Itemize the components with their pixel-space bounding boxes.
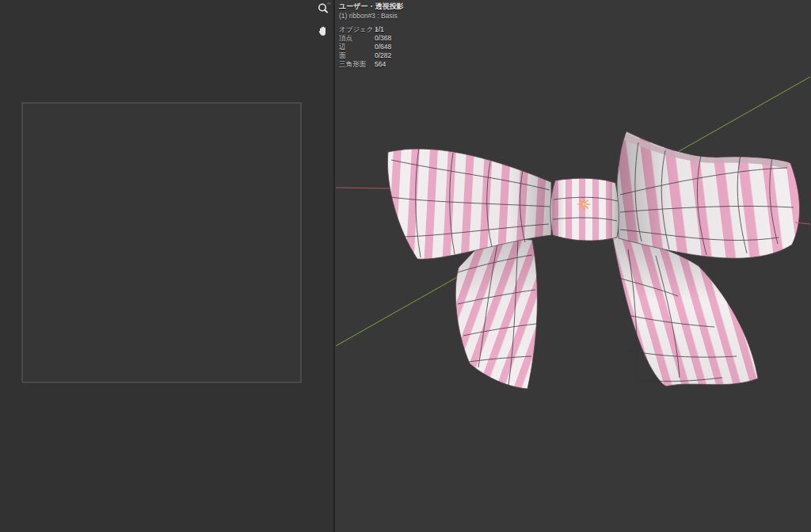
axis-x-red-left (336, 188, 390, 188)
pan-gizmo-button[interactable] (316, 25, 330, 39)
stat-row-edges: 辺 0/648 (339, 43, 403, 51)
view-mode-label: ユーザー・透視投影 (339, 2, 403, 11)
bow-left-tail[interactable] (455, 238, 537, 389)
stat-row-faces: 面 0/282 (339, 51, 403, 60)
3d-viewport-pane[interactable]: ユーザー・透視投影 (1) ribbon#3 : Basis オブジェクト 1/… (335, 0, 811, 532)
gizmo-chevrons: ‹› (327, 1, 331, 6)
stat-row-triangles: 三角形面 564 (339, 60, 403, 69)
object-info-label: (1) ribbon#3 : Basis (339, 11, 403, 21)
viewport-overlay-text: ユーザー・透視投影 (1) ribbon#3 : Basis オブジェクト 1/… (339, 2, 403, 69)
hand-icon (316, 25, 330, 39)
uv-editor-pane[interactable] (0, 0, 333, 532)
stats-panel: オブジェクト 1/1 頂点 0/368 辺 0/648 面 0/282 三角形面 (339, 25, 403, 69)
bow-knot[interactable] (550, 178, 619, 241)
uv-grid-panel (22, 103, 301, 382)
stat-row-vertices: 頂点 0/368 (339, 34, 403, 43)
bow-right-loop[interactable] (617, 131, 800, 258)
blender-window: ユーザー・透視投影 (1) ribbon#3 : Basis オブジェクト 1/… (0, 0, 811, 532)
stat-row-objects: オブジェクト 1/1 (339, 25, 403, 34)
